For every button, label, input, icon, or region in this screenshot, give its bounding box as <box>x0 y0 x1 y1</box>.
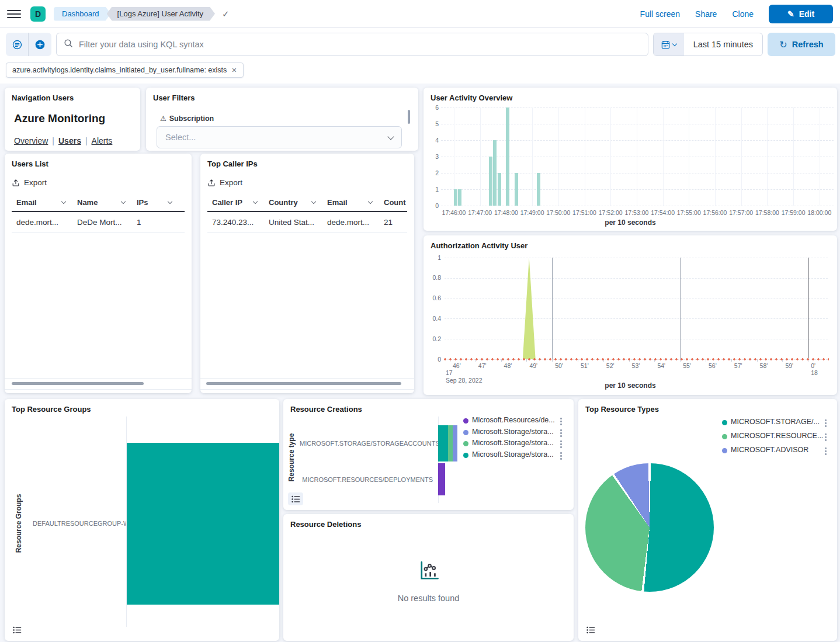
panel-title: Top Caller IPs <box>207 159 258 168</box>
sort-chevron-icon[interactable] <box>168 199 172 204</box>
bar-segment-microsoft-storage-stora[interactable] <box>453 425 457 461</box>
histogram-bar[interactable] <box>515 173 518 206</box>
table-cell: 73.240.23... <box>207 218 264 227</box>
top-navigation-bar: D Dashboard [Logs Azure] User Activity ✓… <box>0 0 840 28</box>
legend-options-icon[interactable] <box>559 428 563 438</box>
divider <box>5 389 192 390</box>
time-range-button[interactable]: Last 15 minutes <box>684 33 762 55</box>
calendar-icon-button[interactable] <box>654 33 684 55</box>
legend-color-dot <box>463 453 468 458</box>
link-users[interactable]: Users <box>58 136 81 145</box>
legend-item-microsoft-storage-stora[interactable]: Microsoft.Storage/stora... <box>472 428 554 436</box>
share-button[interactable]: Share <box>695 9 717 19</box>
refresh-button[interactable]: ↻ Refresh <box>768 33 835 56</box>
legend-toggle-icon[interactable] <box>583 623 598 636</box>
bar-segment-microsoft-storage-stora[interactable] <box>448 425 453 461</box>
legend-options-icon[interactable] <box>559 439 563 449</box>
legend-color-dot <box>722 434 727 439</box>
area-series-spike[interactable] <box>523 258 536 359</box>
bar-segment-microsoft-storage-stora[interactable] <box>438 425 448 461</box>
y-axis-title: Resource type <box>287 433 296 482</box>
legend-toggle-icon[interactable] <box>288 492 303 505</box>
full-screen-button[interactable]: Full screen <box>640 9 680 19</box>
add-filter-icon[interactable] <box>29 33 51 56</box>
histogram-bar[interactable] <box>506 107 509 206</box>
column-header-label: Name <box>77 198 98 207</box>
kql-search-input[interactable] <box>79 40 641 49</box>
subscription-select[interactable]: Select... <box>157 126 402 148</box>
histogram-bar[interactable] <box>493 140 497 206</box>
sort-chevron-icon[interactable] <box>61 199 66 204</box>
category-label: DEFAULTRESOURCEGROUP-WEU <box>33 520 126 527</box>
legend-item-microsoft-storage-stora[interactable]: Microsoft.Storage/stora... <box>472 439 554 447</box>
breadcrumb-dashboard[interactable]: Dashboard <box>54 7 111 21</box>
app-chrome: D Dashboard [Logs Azure] User Activity ✓… <box>0 0 840 84</box>
x-axis-tick-label: 53' <box>632 362 640 369</box>
legend-item-microsoft-advisor[interactable]: MICROSOFT.ADVISOR <box>731 446 808 454</box>
legend-item-microsoft-resource[interactable]: MICROSOFT.RESOURCE... <box>731 432 823 440</box>
legend-options-icon[interactable] <box>824 418 828 428</box>
gridline-horizontal <box>445 299 828 299</box>
app-logo[interactable]: D <box>30 6 46 22</box>
panel-title: Users List <box>12 159 48 168</box>
histogram-bar[interactable] <box>454 189 457 206</box>
y-axis-tick-label: 6 <box>426 104 439 111</box>
edit-button[interactable]: ✎ Edit <box>769 5 833 23</box>
export-button[interactable]: Export <box>207 178 242 187</box>
kql-search-box[interactable] <box>56 33 648 56</box>
scrollbar-thumb[interactable] <box>408 110 410 124</box>
table-row: 73.240.23...United Stat...dede.mort...21 <box>207 212 407 233</box>
hour-end-label: 18 <box>811 369 818 376</box>
panel-navigation-users: Navigation Users Azure Monitoring Overvi… <box>5 88 140 151</box>
legend-item-microsoft-resources-de[interactable]: Microsoft.Resources/de... <box>472 416 555 424</box>
query-bar: Last 15 minutes ↻ Refresh <box>0 28 840 56</box>
legend-toggle-icon[interactable] <box>9 623 25 636</box>
gridline-vertical <box>741 107 742 206</box>
x-axis-tick-label: 48' <box>504 362 512 369</box>
gridline-vertical <box>689 107 689 206</box>
panel-title: Navigation Users <box>12 93 74 102</box>
gridline-vertical <box>663 107 664 206</box>
link-overview[interactable]: Overview <box>14 136 48 145</box>
column-header-label: Caller IP <box>212 198 242 207</box>
column-header-country[interactable]: Country <box>264 193 322 211</box>
panel-title: User Activity Overview <box>431 93 512 102</box>
sort-chevron-icon[interactable] <box>368 199 373 204</box>
histogram-bar[interactable] <box>458 189 461 206</box>
histogram-bar[interactable] <box>498 173 501 206</box>
filter-pill[interactable]: azure.activitylogs.identity.claims_initi… <box>6 63 244 78</box>
panel-top-resource-types: Top Resource Types MICROSOFT.STORAGE/...… <box>578 399 837 641</box>
histogram-bar[interactable] <box>489 157 492 206</box>
export-button[interactable]: Export <box>12 178 47 187</box>
panel-user-activity-overview: User Activity Overview 012345617:46:0017… <box>424 88 837 231</box>
gridline-vertical <box>610 107 611 206</box>
column-header-email[interactable]: Email <box>12 193 72 211</box>
horizontal-scrollbar[interactable] <box>206 382 401 385</box>
resource-creations-chart: Resource typeMICROSOFT.STORAGE/STORAGEAC… <box>283 399 574 510</box>
remove-filter-icon[interactable]: ✕ <box>231 67 237 74</box>
legend-options-icon[interactable] <box>824 446 828 456</box>
link-alerts[interactable]: Alerts <box>92 136 113 145</box>
bar-segment-microsoft-resources-de[interactable] <box>438 463 445 495</box>
legend-options-icon[interactable] <box>559 417 563 426</box>
legend-options-icon[interactable] <box>559 451 563 461</box>
legend-item-microsoft-storage[interactable]: MICROSOFT.STORAGE/... <box>731 418 820 426</box>
column-header-count[interactable]: Count <box>379 193 407 211</box>
legend-color-dot <box>463 418 468 424</box>
histogram-bar[interactable] <box>537 173 540 206</box>
legend-options-icon[interactable] <box>824 432 828 442</box>
legend-item-microsoft-storage-stora[interactable]: Microsoft.Storage/stora... <box>472 450 554 459</box>
column-header-email[interactable]: Email <box>322 193 379 211</box>
column-header-name[interactable]: Name <box>72 193 132 211</box>
saved-query-menu-icon[interactable] <box>6 33 29 56</box>
horizontal-scrollbar[interactable] <box>12 382 144 385</box>
clone-button[interactable]: Clone <box>732 9 754 19</box>
column-header-ips[interactable]: IPs <box>132 193 179 211</box>
column-header-caller-ip[interactable]: Caller IP <box>207 193 264 211</box>
gridline-horizontal <box>445 339 828 339</box>
sort-chevron-icon[interactable] <box>253 199 258 204</box>
sort-chevron-icon[interactable] <box>311 199 316 204</box>
menu-icon[interactable] <box>7 7 21 21</box>
sort-chevron-icon[interactable] <box>121 199 126 204</box>
resource-group-bar[interactable] <box>127 443 279 605</box>
